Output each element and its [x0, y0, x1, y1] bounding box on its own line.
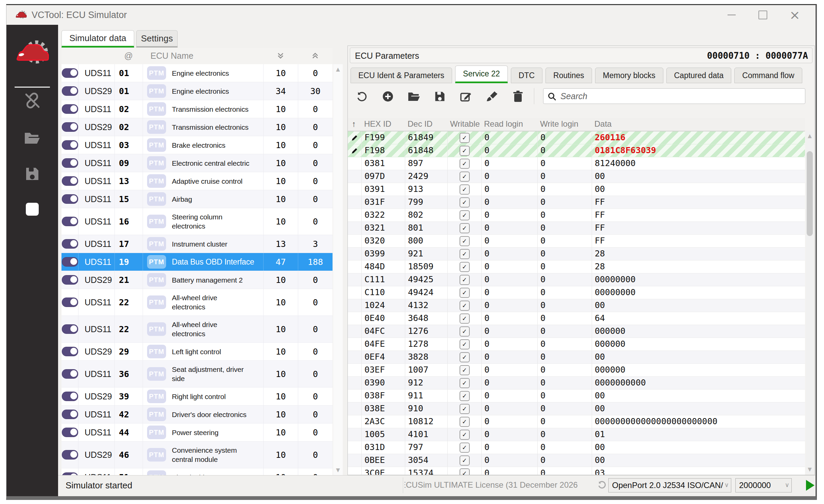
writable-checkbox[interactable]: ✓ [460, 262, 470, 272]
ecu-row[interactable]: UDS1115PTMAirbag100 [61, 190, 333, 208]
edit-pencil-icon[interactable] [348, 131, 361, 144]
parameter-row[interactable]: 0399921✓0028 [348, 248, 805, 260]
scroll-down-icon[interactable]: ▼ [333, 466, 343, 474]
ecu-row[interactable]: UDS1119PTMData Bus OBD Interface47188 [61, 253, 333, 271]
ecu-row[interactable]: UDS1109PTMElectronic central electric100 [61, 154, 333, 172]
start-button[interactable] [804, 479, 816, 492]
parameter-row[interactable]: 031F799✓00FF [348, 196, 805, 209]
ecu-enabled-toggle[interactable] [62, 68, 78, 78]
save-button[interactable] [432, 89, 448, 104]
scroll-up-icon[interactable]: ▲ [333, 65, 343, 74]
disconnect-button[interactable] [6, 87, 58, 116]
param-tab-captured-data[interactable]: Captured data [666, 68, 732, 83]
ecu-row[interactable]: UDS1151PTMElectric drive100 [61, 468, 333, 475]
writable-checkbox[interactable]: ✓ [460, 352, 470, 362]
minimize-button[interactable] [724, 7, 739, 23]
ecu-row[interactable]: UDS2921PTMBattery management 2100 [61, 271, 333, 289]
save-file-button[interactable] [6, 160, 58, 189]
ecu-enabled-toggle[interactable] [62, 217, 78, 226]
tab-simulator-data[interactable]: Simulator data [61, 30, 134, 48]
parameter-row[interactable]: C11049424✓0000000000 [348, 286, 805, 299]
ecu-row[interactable]: UDS1102PTMTransmission electronics100 [61, 100, 333, 118]
param-tab-service-22[interactable]: Service 22 [455, 66, 508, 83]
writable-checkbox[interactable]: ✓ [460, 301, 470, 311]
writable-checkbox[interactable]: ✓ [460, 391, 470, 401]
ecu-enabled-toggle[interactable] [62, 410, 78, 419]
writable-checkbox[interactable]: ✓ [460, 133, 470, 143]
device-select[interactable]: OpenPort 2.0 J2534 ISO/CAN/ ∨ [608, 478, 731, 492]
ecu-row[interactable]: UDS1116PTMSteering column electronics100 [61, 208, 333, 235]
ecu-row[interactable]: UDS1103PTMBrake electronics100 [61, 136, 333, 154]
close-button[interactable]: × [787, 7, 803, 23]
parameter-row[interactable]: 038E910✓0000 [348, 402, 805, 415]
param-tab-command-flow[interactable]: Command flow [734, 68, 802, 83]
param-tab-ecu-ident-parameters[interactable]: ECU Ident & Parameters [351, 68, 452, 83]
column-dec-id[interactable]: Dec ID [405, 118, 447, 131]
parameter-row[interactable]: 10244132✓0000 [348, 299, 805, 312]
parameter-row[interactable]: 0322802✓00FF [348, 209, 805, 222]
writable-checkbox[interactable]: ✓ [460, 378, 470, 388]
ecu-row[interactable]: UDS1122PTMAll-wheel drive electronics100 [61, 289, 333, 316]
parameter-row[interactable]: 3C0E15374✓0003 [348, 467, 805, 475]
ecu-enabled-toggle[interactable] [62, 275, 78, 285]
scrollbar-thumb[interactable] [807, 151, 813, 236]
delete-button[interactable] [510, 89, 526, 104]
ecu-row[interactable]: UDS1144PTMPower steering100 [61, 424, 333, 442]
writable-checkbox[interactable]: ✓ [460, 223, 470, 233]
refresh-button[interactable] [354, 89, 370, 104]
ecu-enabled-toggle[interactable] [62, 392, 78, 401]
parameter-row[interactable]: 0391913✓0000 [348, 183, 805, 196]
parameter-row[interactable]: 03EF1007✓00000000 [348, 364, 805, 377]
ecu-row[interactable]: UDS2929PTMLeft light control100 [61, 343, 333, 361]
parameter-row[interactable]: 04FE1278✓00000000 [348, 338, 805, 351]
open-file-button[interactable] [6, 124, 58, 153]
parameter-row[interactable]: 097D2429✓0000 [348, 170, 805, 183]
writable-checkbox[interactable]: ✓ [460, 326, 470, 337]
parameter-row[interactable]: F19861848✓000181C8F63039 [348, 144, 805, 157]
writable-checkbox[interactable]: ✓ [460, 210, 470, 220]
ecu-enabled-toggle[interactable] [62, 428, 78, 437]
parameter-row[interactable]: 0E403648✓0064 [348, 312, 805, 325]
stop-button[interactable] [6, 195, 58, 224]
writable-checkbox[interactable]: ✓ [460, 468, 470, 475]
column-read-login[interactable]: Read login [481, 118, 537, 131]
maximize-button[interactable] [755, 7, 771, 23]
parameter-row[interactable]: 031D797✓0000 [348, 441, 805, 454]
column-writable[interactable]: Writable [447, 118, 481, 131]
edit-pencil-icon[interactable] [348, 144, 361, 157]
parameter-row[interactable]: 0EF43828✓0000 [348, 351, 805, 364]
scroll-down-icon[interactable]: ▼ [806, 465, 813, 474]
parameter-row[interactable]: 484D18509✓0028 [348, 260, 805, 273]
parameter-row[interactable]: 0320800✓00FF [348, 235, 805, 248]
parameter-row[interactable]: 0321801✓00FF [348, 222, 805, 235]
writable-checkbox[interactable]: ✓ [460, 172, 470, 182]
chevron-double-up-icon[interactable] [298, 52, 333, 62]
ecu-list-scrollbar[interactable]: ▲ ▼ [333, 64, 343, 475]
column-sort[interactable]: ↑ [348, 118, 361, 131]
writable-checkbox[interactable]: ✓ [460, 430, 470, 440]
search-input[interactable] [560, 89, 799, 103]
ecu-enabled-toggle[interactable] [62, 86, 78, 96]
ecu-enabled-toggle[interactable] [62, 176, 78, 186]
ecu-row[interactable]: UDS2939PTMRight light control100 [61, 388, 333, 406]
column-data[interactable]: Data [592, 118, 805, 131]
writable-checkbox[interactable]: ✓ [460, 455, 470, 466]
tab-settings[interactable]: Settings [136, 30, 178, 48]
writable-checkbox[interactable]: ✓ [460, 184, 470, 195]
ecu-row[interactable]: UDS1122PTMAll-wheel drive electronics100 [61, 316, 333, 343]
column-address[interactable]: @ [114, 51, 143, 61]
ecu-row[interactable]: UDS2946PTMConvenience system central mod… [61, 442, 333, 468]
ecu-enabled-toggle[interactable] [62, 194, 78, 204]
writable-checkbox[interactable]: ✓ [460, 443, 470, 453]
parameter-row[interactable]: 0BEE3054✓0000 [348, 454, 805, 467]
ecu-row[interactable]: UDS1113PTMAdaptive cruise control100 [61, 172, 333, 190]
ecu-enabled-toggle[interactable] [62, 104, 78, 114]
ecu-enabled-toggle[interactable] [62, 472, 78, 475]
ecu-row[interactable]: UDS1136PTMSeat adjustment, driver side10… [61, 361, 333, 388]
ecu-enabled-toggle[interactable] [62, 239, 78, 249]
parameter-row[interactable]: 10054101✓0001 [348, 428, 805, 441]
scroll-up-icon[interactable]: ▲ [806, 131, 813, 140]
refresh-devices-icon[interactable] [597, 480, 607, 491]
parameter-row[interactable]: 2A3C10812✓00000000000000000000000000 [348, 415, 805, 428]
param-tab-memory-blocks[interactable]: Memory blocks [595, 68, 663, 83]
